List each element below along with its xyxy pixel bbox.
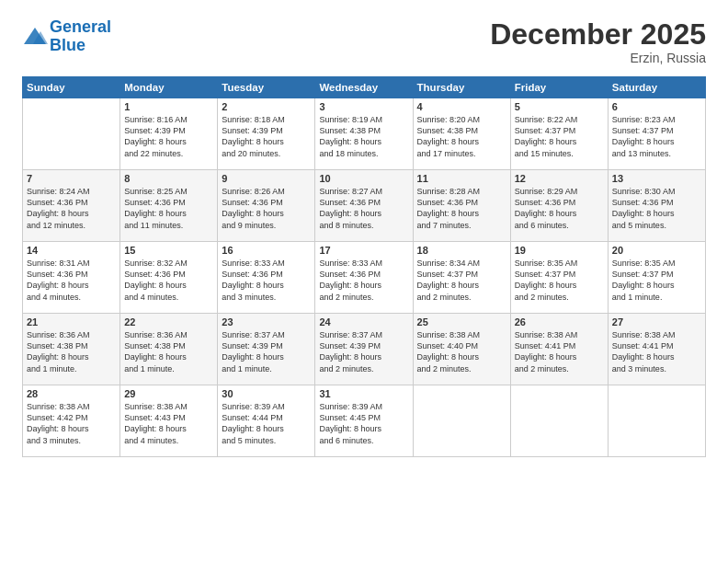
day-number: 17 — [319, 245, 408, 256]
day-number: 3 — [319, 101, 408, 112]
calendar-week-row: 1Sunrise: 8:16 AM Sunset: 4:39 PM Daylig… — [23, 98, 706, 170]
table-row: 22Sunrise: 8:36 AM Sunset: 4:38 PM Dayli… — [120, 314, 218, 385]
day-info: Sunrise: 8:33 AM Sunset: 4:36 PM Dayligh… — [222, 258, 311, 303]
day-number: 26 — [515, 316, 604, 327]
table-row: 13Sunrise: 8:30 AM Sunset: 4:36 PM Dayli… — [608, 170, 705, 242]
day-info: Sunrise: 8:36 AM Sunset: 4:38 PM Dayligh… — [27, 329, 116, 374]
calendar-week-row: 7Sunrise: 8:24 AM Sunset: 4:36 PM Daylig… — [23, 170, 706, 242]
table-row: 28Sunrise: 8:38 AM Sunset: 4:42 PM Dayli… — [23, 385, 120, 457]
logo-text: General Blue — [50, 18, 111, 55]
day-number: 5 — [515, 101, 604, 112]
calendar-table: Sunday Monday Tuesday Wednesday Thursday… — [22, 76, 706, 457]
calendar-week-row: 14Sunrise: 8:31 AM Sunset: 4:36 PM Dayli… — [23, 242, 706, 314]
day-info: Sunrise: 8:28 AM Sunset: 4:36 PM Dayligh… — [417, 186, 506, 231]
col-friday: Friday — [510, 77, 608, 98]
day-info: Sunrise: 8:26 AM Sunset: 4:36 PM Dayligh… — [222, 186, 311, 231]
logo-line2: Blue — [50, 36, 85, 54]
title-block: December 2025 Erzin, Russia — [490, 18, 706, 65]
logo-line1: General — [50, 17, 111, 36]
day-number: 7 — [27, 173, 116, 184]
table-row: 24Sunrise: 8:37 AM Sunset: 4:39 PM Dayli… — [315, 314, 413, 385]
table-row: 30Sunrise: 8:39 AM Sunset: 4:44 PM Dayli… — [218, 385, 315, 457]
table-row: 5Sunrise: 8:22 AM Sunset: 4:37 PM Daylig… — [510, 98, 608, 170]
day-info: Sunrise: 8:32 AM Sunset: 4:36 PM Dayligh… — [124, 258, 213, 303]
month-title: December 2025 — [490, 18, 706, 51]
table-row: 15Sunrise: 8:32 AM Sunset: 4:36 PM Dayli… — [120, 242, 218, 314]
day-info: Sunrise: 8:38 AM Sunset: 4:41 PM Dayligh… — [612, 329, 701, 374]
day-number: 21 — [27, 316, 116, 327]
day-number: 27 — [612, 316, 701, 327]
calendar-week-row: 28Sunrise: 8:38 AM Sunset: 4:42 PM Dayli… — [23, 385, 706, 457]
table-row: 21Sunrise: 8:36 AM Sunset: 4:38 PM Dayli… — [23, 314, 120, 385]
day-number: 30 — [222, 388, 311, 399]
logo: General Blue — [22, 18, 111, 55]
day-number: 15 — [124, 245, 213, 256]
day-number: 25 — [417, 316, 506, 327]
day-number: 16 — [222, 245, 311, 256]
table-row: 14Sunrise: 8:31 AM Sunset: 4:36 PM Dayli… — [23, 242, 120, 314]
day-info: Sunrise: 8:38 AM Sunset: 4:42 PM Dayligh… — [27, 401, 116, 446]
day-info: Sunrise: 8:20 AM Sunset: 4:38 PM Dayligh… — [417, 114, 506, 159]
col-sunday: Sunday — [23, 77, 120, 98]
table-row: 10Sunrise: 8:27 AM Sunset: 4:36 PM Dayli… — [315, 170, 413, 242]
day-info: Sunrise: 8:35 AM Sunset: 4:37 PM Dayligh… — [515, 258, 604, 303]
day-info: Sunrise: 8:38 AM Sunset: 4:43 PM Dayligh… — [124, 401, 213, 446]
table-row — [510, 385, 608, 457]
day-info: Sunrise: 8:39 AM Sunset: 4:44 PM Dayligh… — [222, 401, 311, 446]
day-info: Sunrise: 8:34 AM Sunset: 4:37 PM Dayligh… — [417, 258, 506, 303]
day-info: Sunrise: 8:36 AM Sunset: 4:38 PM Dayligh… — [124, 329, 213, 374]
day-number: 18 — [417, 245, 506, 256]
day-number: 28 — [27, 388, 116, 399]
table-row: 31Sunrise: 8:39 AM Sunset: 4:45 PM Dayli… — [315, 385, 413, 457]
day-number: 2 — [222, 101, 311, 112]
day-info: Sunrise: 8:30 AM Sunset: 4:36 PM Dayligh… — [612, 186, 701, 231]
day-info: Sunrise: 8:31 AM Sunset: 4:36 PM Dayligh… — [27, 258, 116, 303]
col-wednesday: Wednesday — [315, 77, 413, 98]
table-row — [413, 385, 510, 457]
day-info: Sunrise: 8:19 AM Sunset: 4:38 PM Dayligh… — [319, 114, 408, 159]
table-row: 9Sunrise: 8:26 AM Sunset: 4:36 PM Daylig… — [218, 170, 315, 242]
table-row: 1Sunrise: 8:16 AM Sunset: 4:39 PM Daylig… — [120, 98, 218, 170]
day-info: Sunrise: 8:25 AM Sunset: 4:36 PM Dayligh… — [124, 186, 213, 231]
table-row: 8Sunrise: 8:25 AM Sunset: 4:36 PM Daylig… — [120, 170, 218, 242]
day-number: 11 — [417, 173, 506, 184]
col-saturday: Saturday — [608, 77, 705, 98]
table-row: 23Sunrise: 8:37 AM Sunset: 4:39 PM Dayli… — [218, 314, 315, 385]
day-info: Sunrise: 8:29 AM Sunset: 4:36 PM Dayligh… — [515, 186, 604, 231]
day-number: 24 — [319, 316, 408, 327]
day-info: Sunrise: 8:37 AM Sunset: 4:39 PM Dayligh… — [319, 329, 408, 374]
page: General Blue December 2025 Erzin, Russia… — [0, 0, 728, 563]
day-number: 22 — [124, 316, 213, 327]
col-monday: Monday — [120, 77, 218, 98]
col-tuesday: Tuesday — [218, 77, 315, 98]
day-number: 13 — [612, 173, 701, 184]
day-info: Sunrise: 8:27 AM Sunset: 4:36 PM Dayligh… — [319, 186, 408, 231]
logo-icon — [22, 24, 48, 50]
day-number: 19 — [515, 245, 604, 256]
day-number: 1 — [124, 101, 213, 112]
calendar-week-row: 21Sunrise: 8:36 AM Sunset: 4:38 PM Dayli… — [23, 314, 706, 385]
day-info: Sunrise: 8:35 AM Sunset: 4:37 PM Dayligh… — [612, 258, 701, 303]
day-number: 8 — [124, 173, 213, 184]
table-row: 11Sunrise: 8:28 AM Sunset: 4:36 PM Dayli… — [413, 170, 510, 242]
day-info: Sunrise: 8:23 AM Sunset: 4:37 PM Dayligh… — [612, 114, 701, 159]
table-row: 18Sunrise: 8:34 AM Sunset: 4:37 PM Dayli… — [413, 242, 510, 314]
table-row: 3Sunrise: 8:19 AM Sunset: 4:38 PM Daylig… — [315, 98, 413, 170]
table-row: 17Sunrise: 8:33 AM Sunset: 4:36 PM Dayli… — [315, 242, 413, 314]
day-number: 23 — [222, 316, 311, 327]
table-row: 6Sunrise: 8:23 AM Sunset: 4:37 PM Daylig… — [608, 98, 705, 170]
table-row: 26Sunrise: 8:38 AM Sunset: 4:41 PM Dayli… — [510, 314, 608, 385]
table-row: 20Sunrise: 8:35 AM Sunset: 4:37 PM Dayli… — [608, 242, 705, 314]
day-number: 4 — [417, 101, 506, 112]
day-number: 14 — [27, 245, 116, 256]
day-number: 31 — [319, 388, 408, 399]
day-info: Sunrise: 8:24 AM Sunset: 4:36 PM Dayligh… — [27, 186, 116, 231]
table-row: 16Sunrise: 8:33 AM Sunset: 4:36 PM Dayli… — [218, 242, 315, 314]
table-row — [608, 385, 705, 457]
day-info: Sunrise: 8:22 AM Sunset: 4:37 PM Dayligh… — [515, 114, 604, 159]
table-row: 27Sunrise: 8:38 AM Sunset: 4:41 PM Dayli… — [608, 314, 705, 385]
calendar-header-row: Sunday Monday Tuesday Wednesday Thursday… — [23, 77, 706, 98]
day-number: 29 — [124, 388, 213, 399]
table-row: 7Sunrise: 8:24 AM Sunset: 4:36 PM Daylig… — [23, 170, 120, 242]
day-info: Sunrise: 8:37 AM Sunset: 4:39 PM Dayligh… — [222, 329, 311, 374]
